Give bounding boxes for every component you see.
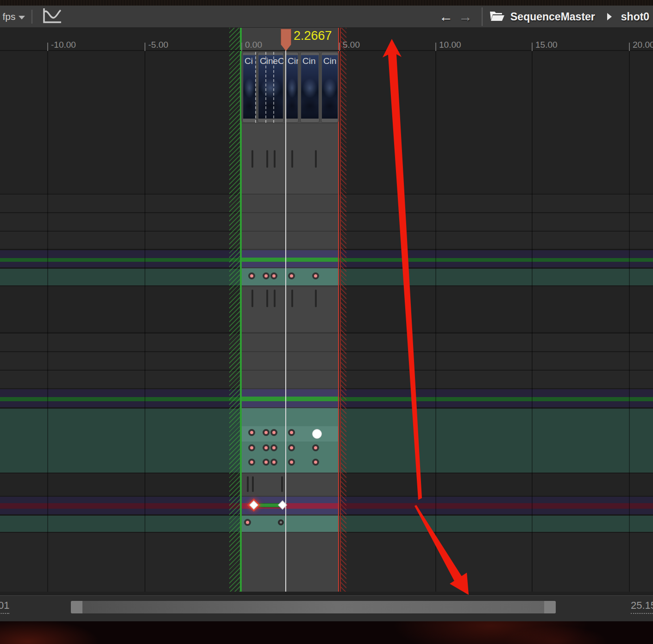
open-folder-icon[interactable] xyxy=(489,9,505,25)
row-divider xyxy=(0,592,653,595)
highlight-segment[interactable] xyxy=(241,533,339,592)
highlight-segment-teal[interactable] xyxy=(241,516,339,532)
keyframe-tick[interactable] xyxy=(266,150,268,168)
sequencer-timeline[interactable]: -10.00-5.000.005.0010.0015.0020.00 CiCin… xyxy=(0,28,653,595)
ruler-tick xyxy=(435,43,436,51)
keyframe-dot-salmon[interactable] xyxy=(244,519,251,526)
ruler-tick-label: 0.00 xyxy=(245,40,262,50)
ruler-tick xyxy=(629,43,630,51)
keyframe-dot-salmon[interactable] xyxy=(263,459,270,466)
scrollbar-left-handle[interactable] xyxy=(71,601,82,613)
keyframe-dot-salmon[interactable] xyxy=(270,444,277,451)
ruler-tick xyxy=(339,43,340,51)
breadcrumb-caret-icon xyxy=(607,13,612,20)
sequencer-toolbar: 0 fps ← → SequenceMaster xyxy=(0,6,653,28)
highlight-segment-green[interactable] xyxy=(241,258,339,262)
range-end-value[interactable]: 25.15 xyxy=(631,600,653,614)
time-gridline xyxy=(629,51,630,592)
keyframe-dot-salmon[interactable] xyxy=(312,444,319,451)
toolbar-divider xyxy=(482,7,483,26)
camera-cut-section[interactable]: Cin xyxy=(321,52,339,123)
caret-down-icon xyxy=(19,16,25,19)
keyframe-tick[interactable] xyxy=(291,290,293,307)
camera-cut-guide-line xyxy=(273,52,274,123)
range-start-value[interactable]: 01 xyxy=(0,600,9,614)
highlight-segment[interactable] xyxy=(241,287,339,332)
time-gridline xyxy=(47,51,48,592)
fps-label: 0 fps xyxy=(0,11,16,22)
range-scroll-strip: 01 25.15 xyxy=(0,595,653,621)
ruler-tick xyxy=(47,43,48,51)
ruler-tick-label: -5.00 xyxy=(148,40,168,50)
ruler-tick xyxy=(144,43,145,51)
ruler-tick-label: -10.00 xyxy=(51,40,76,50)
keyframe-dot-salmon[interactable] xyxy=(248,459,255,466)
keyframe-tick[interactable] xyxy=(291,150,293,168)
keyframe-tick[interactable] xyxy=(315,150,317,168)
keyframe-dot-salmon[interactable] xyxy=(312,459,319,466)
keyframe-tick[interactable] xyxy=(251,150,253,168)
camera-cut-section[interactable]: Cin xyxy=(285,52,299,123)
keyframe-dot-gray[interactable] xyxy=(278,519,284,525)
keyframe-dot-salmon[interactable] xyxy=(288,444,295,451)
ruler-tick xyxy=(241,43,242,51)
keyframe-tick[interactable] xyxy=(247,476,249,492)
camera-cut-section[interactable]: Cin xyxy=(300,52,320,123)
keyframe-dot-salmon[interactable] xyxy=(288,459,295,466)
range-start-hatch xyxy=(229,28,240,592)
highlight-segment-green[interactable] xyxy=(241,397,339,401)
back-arrow-icon[interactable]: ← xyxy=(439,10,453,24)
keyframe-tick[interactable] xyxy=(274,150,276,168)
keyframe-dot-salmon[interactable] xyxy=(288,429,295,436)
camera-cut-guide-line xyxy=(255,52,256,123)
camera-cut-guide-line xyxy=(265,52,266,123)
keyframe-dot-salmon[interactable] xyxy=(248,429,255,436)
keyframe-dot-salmon[interactable] xyxy=(263,429,270,436)
keyframe-tick[interactable] xyxy=(252,476,254,492)
keyframe-dot-salmon[interactable] xyxy=(248,272,255,279)
keyframe-tick[interactable] xyxy=(274,290,276,307)
keyframe-tick[interactable] xyxy=(266,290,268,307)
breadcrumb-current-shot[interactable]: shot0 xyxy=(621,11,649,23)
timeline-scrollbar[interactable] xyxy=(71,601,556,613)
ruler-tick-label: 5.00 xyxy=(343,40,360,50)
camera-cut-section[interactable]: Ci xyxy=(242,52,257,123)
keyframe-dot-salmon[interactable] xyxy=(312,272,319,279)
keyframe-dot-white[interactable] xyxy=(312,429,322,439)
fps-dropdown[interactable]: 0 fps xyxy=(0,11,25,22)
toolbar-breadcrumb-group: ← → SequenceMaster shot0 xyxy=(436,6,649,28)
camera-cut-section[interactable]: CineC xyxy=(257,52,284,123)
ruler-tick-label: 10.00 xyxy=(439,40,461,50)
playback-end-marker-inner xyxy=(340,28,341,592)
keyframe-dot-salmon[interactable] xyxy=(263,444,270,451)
camera-cut-label: CineC xyxy=(260,56,284,66)
ruler-tick xyxy=(532,43,533,51)
keyframe-dot-salmon[interactable] xyxy=(270,459,277,466)
keyframe-tick[interactable] xyxy=(315,290,317,307)
viewport-preview xyxy=(0,621,653,644)
keyframe-tick[interactable] xyxy=(281,476,283,492)
keyframe-dot-salmon[interactable] xyxy=(270,272,277,279)
playhead-line[interactable] xyxy=(285,50,286,592)
keyframe-dot-salmon[interactable] xyxy=(263,272,270,279)
highlight-segment[interactable] xyxy=(241,124,339,194)
forward-arrow-icon[interactable]: → xyxy=(458,10,472,24)
camera-cut-label: Cin xyxy=(323,56,337,66)
curve-editor-icon[interactable] xyxy=(42,7,62,26)
breadcrumb-root[interactable]: SequenceMaster xyxy=(510,11,595,23)
toolbar-left-group: 0 fps xyxy=(0,6,62,28)
camera-cut-label: Cin xyxy=(288,56,299,66)
keyframe-dot-salmon[interactable] xyxy=(288,272,295,279)
keyframe-dot-salmon[interactable] xyxy=(248,444,255,451)
highlight-segment[interactable] xyxy=(241,474,339,496)
window-top-strip xyxy=(0,0,653,6)
range-end-hatch xyxy=(340,28,346,592)
time-gridline xyxy=(532,51,533,592)
scrollbar-right-handle[interactable] xyxy=(544,601,556,613)
ruler-tick-label: 20.00 xyxy=(633,40,653,50)
keyframe-dot-salmon[interactable] xyxy=(270,429,277,436)
keyframe-tick[interactable] xyxy=(251,290,253,307)
camera-cut-label: Ci xyxy=(245,56,253,66)
toolbar-divider xyxy=(31,10,32,24)
sequencer-window: 0 fps ← → SequenceMaster xyxy=(0,0,653,644)
